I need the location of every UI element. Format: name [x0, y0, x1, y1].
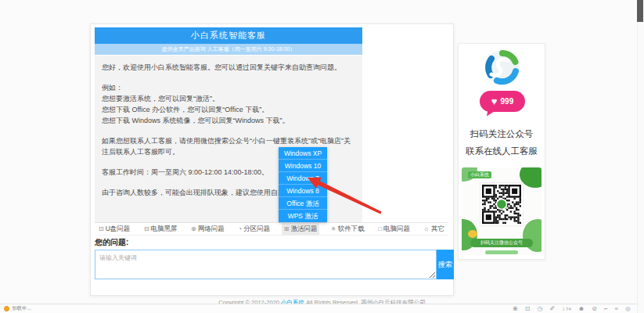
activation-dropdown-menu: Windows XP Windows 10 Windows 7 Windows … [279, 147, 327, 222]
collapse-icon[interactable]: « [615, 305, 618, 313]
tab-label: 软件下载 [338, 225, 365, 234]
asterisk-icon: ✳ [331, 225, 336, 232]
tab-software-download[interactable]: ✳ 软件下载 [329, 222, 367, 236]
question-input[interactable] [95, 250, 437, 279]
download-icon[interactable]: ↓74 [562, 305, 571, 313]
cow-decor [468, 230, 477, 238]
status-orange-icon [4, 306, 9, 311]
scrollbar-thumb[interactable] [637, 0, 643, 22]
tab-label: 其它 [431, 225, 444, 234]
follow-text-line1: 扫码关注公众号 [459, 128, 545, 140]
grid-icon: ⊞ [284, 225, 290, 232]
search-button[interactable]: 搜索 [437, 250, 454, 279]
tab-label: 网络问题 [198, 225, 225, 234]
download-count: 74 [566, 307, 571, 311]
category-tab-bar: ⊡ U盘问题 ⊟ 电脑黑屏 ⊕ 网络问题 ◔ 分区问题 ⊞ 激活问题 ✳ 软件下… [95, 222, 448, 236]
follow-text-line2: 联系在线人工客服 [459, 146, 545, 157]
tab-usb-issues[interactable]: ⊡ U盘问题 [96, 222, 132, 236]
pen-icon[interactable]: ✐ [549, 305, 555, 313]
tab-label: 激活问题 [290, 225, 317, 234]
tab-partition-issues[interactable]: ◔ 分区问题 [236, 222, 272, 236]
dropdown-item-windows-7[interactable]: Windows 7 [279, 172, 327, 185]
globe-icon: ⊕ [191, 225, 196, 232]
chat-card: 小白系统智能客服 提供全天产品咨询 人工客服（周一至周六 9:30-18:00）… [90, 23, 454, 296]
chat-subtitle: 提供全天产品咨询 人工客服（周一至周六 9:30-18:00） [95, 44, 362, 55]
box-icon[interactable]: ⊡ [525, 305, 531, 313]
qr-caption-label: 扫码关注微信公众号 [470, 239, 533, 247]
likes-bubble[interactable]: ♥ 999 [480, 91, 525, 112]
xiaobai-logo-icon [484, 49, 521, 86]
status-left-label: 加载中... [12, 305, 31, 312]
green-decor [485, 250, 518, 254]
heart-icon: ♥ [491, 96, 498, 106]
chat-title: 小白系统智能客服 [95, 27, 362, 44]
tab-activation-issues[interactable]: ⊞ 激活问题 [282, 222, 320, 236]
browser-status-bar: 加载中... ❀ ⊡ ◷ ✐ ↓74 ☻ ⊘ ⌐ « ◎ [0, 304, 644, 313]
dropdown-item-office-activation[interactable]: Office 激活 [279, 197, 327, 210]
chat-message: 您想下载 Office 办公软件，您可以回复“Office 下载”。 [102, 104, 355, 115]
zoom-icon[interactable]: ◎ [625, 305, 631, 313]
chat-message: 您想要激活系统，您可以回复“激活”。 [102, 93, 355, 104]
chat-message: 例如： [102, 82, 355, 93]
dropdown-item-wps-activation[interactable]: WPS 激活 [279, 210, 327, 222]
monitor-icon: ⊟ [144, 225, 149, 232]
tab-black-screen[interactable]: ⊟ 电脑黑屏 [142, 222, 180, 236]
history-clock-icon[interactable]: ◷ [537, 305, 542, 313]
blocker-icon[interactable]: ⊘ [592, 305, 597, 313]
tab-label: 电脑黑屏 [151, 225, 178, 234]
qr-poster: 小白系统 扫码关注微信公众号 [462, 167, 541, 255]
tab-label: 电脑问题 [383, 225, 410, 234]
sidebar-card: ♥ 999 扫码关注公众号 联系在线人工客服 小白系统 扫码关注微信公众号 [458, 43, 545, 260]
tab-label: 分区问题 [243, 225, 270, 234]
user-icon[interactable]: ☻ [578, 305, 585, 313]
status-left: 加载中... [4, 305, 31, 312]
dropdown-item-windows-10[interactable]: Windows 10 [279, 160, 327, 172]
tab-computer-issues[interactable]: □ 电脑问题 [376, 222, 412, 236]
dropdown-item-windows-8[interactable]: Windows 8 [279, 185, 327, 197]
tab-other[interactable]: ☼ 其它 [422, 222, 447, 236]
dropdown-item-windows-xp[interactable]: Windows XP [279, 147, 327, 160]
chat-message: 您好，欢迎使用小白系统智能客服。您可以通过回复关键字来自助查询问题。 [102, 62, 355, 73]
qr-code [480, 183, 523, 225]
page: 小白系统智能客服 提供全天产品咨询 人工客服（周一至周六 9:30-18:00）… [0, 0, 644, 313]
qr-badge-label: 小白系统 [468, 171, 491, 178]
gear-sun-icon: ☼ [424, 225, 430, 232]
usb-icon: ⊡ [99, 225, 104, 232]
screen-icon: □ [378, 225, 382, 232]
tab-label: U盘问题 [106, 225, 131, 234]
tab-network-issues[interactable]: ⊕ 网络问题 [189, 222, 227, 236]
flower-icon[interactable]: ❀ [513, 305, 518, 313]
green-decor [520, 167, 541, 188]
likes-count: 999 [501, 97, 514, 106]
pie-clock-icon: ◔ [238, 225, 242, 232]
chat-message: 您想下载 Windows 系统镜像，您可以回复“Windows 下载”。 [102, 115, 355, 126]
corner-icon[interactable]: ⌐ [604, 305, 608, 313]
question-label: 您的问题: [95, 237, 128, 248]
tray-icons: ❀ ⊡ ◷ ✐ ↓74 ☻ ⊘ ⌐ « ◎ [513, 305, 631, 313]
scrollbar-track[interactable] [637, 0, 644, 313]
